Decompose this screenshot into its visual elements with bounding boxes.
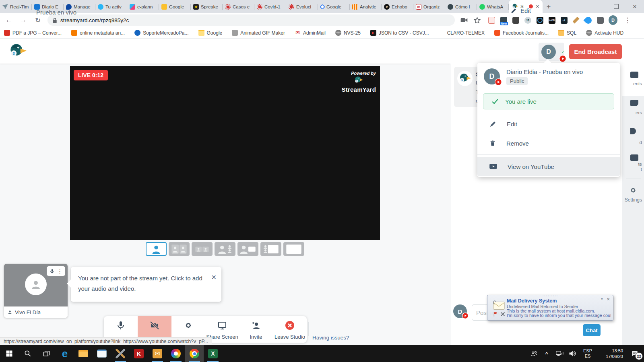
- tab-close-icon[interactable]: ✕: [536, 4, 539, 9]
- bookmark-item[interactable]: PDF a JPG – Conver...: [4, 30, 62, 36]
- browser-tab[interactable]: eEchobo: [382, 1, 413, 13]
- bookmark-item[interactable]: NVS-25: [335, 30, 361, 36]
- layout-group-button[interactable]: [215, 242, 235, 256]
- edit-broadcast-button[interactable]: Edit: [510, 7, 531, 14]
- bookmark-item[interactable]: online metadata an...: [71, 30, 125, 36]
- bookmark-star-icon[interactable]: [473, 16, 481, 25]
- tray-people-icon[interactable]: [527, 345, 540, 362]
- taskbar-excel[interactable]: X: [204, 345, 222, 362]
- private-chat-tab-label[interactable]: te: [638, 162, 642, 167]
- leave-studio-button[interactable]: Leave Studio: [273, 316, 307, 343]
- browser-tab[interactable]: Covid-1: [254, 1, 286, 13]
- more-options-icon[interactable]: ⋮: [57, 268, 62, 274]
- browser-tab[interactable]: ★Spreake: [191, 1, 223, 13]
- extension-ct-icon[interactable]: ct: [559, 16, 568, 25]
- task-view-button[interactable]: [37, 345, 56, 362]
- browser-tab[interactable]: Casos e: [223, 1, 254, 13]
- forward-button[interactable]: →: [18, 14, 29, 26]
- notification-grip[interactable]: ·········: [487, 294, 613, 298]
- tray-clock[interactable]: 13:50 17/06/20: [597, 348, 625, 359]
- action-center-button[interactable]: 22: [625, 345, 644, 362]
- taskbar-tools-app[interactable]: [111, 345, 130, 362]
- settings-tab-label[interactable]: Settings: [625, 197, 642, 203]
- destination-avatar-button[interactable]: D: [539, 43, 564, 61]
- layout-solo-button[interactable]: [146, 242, 167, 256]
- back-button[interactable]: ←: [3, 14, 14, 26]
- brand-tab-label[interactable]: d: [640, 140, 642, 145]
- new-tab-button[interactable]: +: [543, 1, 555, 13]
- taskbar-paint-app[interactable]: [167, 345, 185, 362]
- comments-tab-icon[interactable]: [630, 72, 638, 78]
- taskbar-file-explorer[interactable]: [74, 345, 93, 362]
- private-chat-tab-label2[interactable]: t: [641, 167, 642, 172]
- window-maximize-button[interactable]: [607, 0, 625, 13]
- layout-pip-button[interactable]: [237, 242, 258, 256]
- notification-quick-actions[interactable]: [493, 311, 505, 317]
- delete-x-icon[interactable]: [500, 312, 505, 317]
- bookmark-item[interactable]: SQL: [558, 30, 576, 36]
- bookmark-item[interactable]: Activate HUD: [586, 30, 623, 36]
- taskbar-search-button[interactable]: [19, 345, 37, 362]
- browser-tab[interactable]: Real-Tim: [0, 1, 32, 13]
- dropdown-remove-item[interactable]: Remove: [477, 134, 620, 152]
- browser-menu-icon[interactable]: ⋮: [623, 16, 632, 25]
- layout-fullscreen-share-button[interactable]: [283, 242, 304, 256]
- extension-pdf-icon[interactable]: [487, 16, 496, 25]
- browser-tab[interactable]: Tu activ: [95, 1, 127, 13]
- extension-new-icon[interactable]: New: [499, 16, 508, 25]
- dropdown-view-on-youtube-item[interactable]: View on YouTube: [477, 157, 620, 176]
- layout-sidebar-share-button[interactable]: [260, 242, 281, 256]
- extension-crosshair-icon[interactable]: [535, 16, 544, 25]
- taskbar-edge[interactable]: e: [56, 345, 74, 362]
- settings-gear-icon[interactable]: [629, 186, 638, 195]
- bookmark-item[interactable]: CLARO-TELMEX: [439, 30, 485, 36]
- chat-tab-button[interactable]: Chat: [583, 324, 601, 336]
- notification-options-icon[interactable]: ▼: [601, 298, 603, 300]
- tab-camera-indicator-icon[interactable]: [460, 16, 469, 25]
- banner-close-icon[interactable]: ✕: [211, 272, 217, 283]
- reload-button[interactable]: ↻: [32, 14, 43, 26]
- banners-tab-label[interactable]: ers: [636, 110, 642, 115]
- notification-close-icon[interactable]: ×: [607, 296, 610, 302]
- extension-invid-icon[interactable]: InVID: [547, 16, 556, 25]
- browser-tab[interactable]: Google: [318, 1, 350, 13]
- extension-feather-icon[interactable]: [584, 16, 592, 25]
- extension-hammer-icon[interactable]: [572, 16, 580, 25]
- taskbar-chrome[interactable]: [185, 345, 204, 362]
- browser-tab[interactable]: WhatsA: [477, 1, 509, 13]
- having-issues-link[interactable]: Having issues?: [312, 335, 349, 341]
- bookmark-item[interactable]: JSON to CSV - CSVJ...: [370, 30, 429, 36]
- window-close-button[interactable]: ✕: [625, 0, 644, 13]
- bookmark-item[interactable]: SoporteMercadoPa...: [134, 30, 188, 36]
- tray-language-indicator[interactable]: ESP ES: [579, 348, 597, 359]
- bookmark-item[interactable]: ✉AdminMail: [295, 30, 326, 36]
- flag-icon[interactable]: [493, 311, 498, 317]
- bookmark-item[interactable]: Facebook Journalis...: [494, 30, 549, 36]
- bookmark-item[interactable]: Animated GIF Maker: [232, 30, 285, 36]
- taskbar-outlook[interactable]: ✉: [148, 345, 167, 362]
- tray-network-icon[interactable]: [553, 345, 566, 362]
- self-preview-card[interactable]: ⋮ Vivo El Día: [4, 264, 68, 318]
- extension-puzzle-icon[interactable]: [596, 16, 605, 25]
- browser-tab[interactable]: IROrganiz: [413, 1, 445, 13]
- taskbar-k-app[interactable]: K: [130, 345, 148, 362]
- browser-tab[interactable]: Evoluci: [286, 1, 318, 13]
- browser-tab[interactable]: Cómo l: [445, 1, 477, 13]
- private-chat-tab-icon[interactable]: [630, 154, 638, 161]
- preview-controls[interactable]: ⋮: [47, 266, 65, 276]
- browser-tab[interactable]: e-plann: [127, 1, 159, 13]
- browser-profile-avatar[interactable]: D: [609, 16, 617, 25]
- preview-thumbnail[interactable]: ⋮: [4, 264, 68, 306]
- browser-tab[interactable]: Analytic: [350, 1, 382, 13]
- extension-incognito-icon[interactable]: [511, 16, 520, 25]
- bookmark-item[interactable]: Google: [198, 30, 223, 36]
- dropdown-edit-item[interactable]: Edit: [477, 115, 620, 133]
- start-button[interactable]: [0, 345, 19, 362]
- mail-notification-popup[interactable]: ········· ▼ × Mail Delivery System Undel…: [487, 295, 613, 321]
- extension-js-icon[interactable]: JS: [523, 16, 532, 25]
- window-minimize-button[interactable]: –: [588, 0, 607, 13]
- browser-tab[interactable]: Google: [159, 1, 191, 13]
- tray-chevron-up-icon[interactable]: ^: [540, 345, 553, 362]
- end-broadcast-button[interactable]: End Broadcast: [569, 44, 622, 59]
- taskbar-notepad[interactable]: [93, 345, 111, 362]
